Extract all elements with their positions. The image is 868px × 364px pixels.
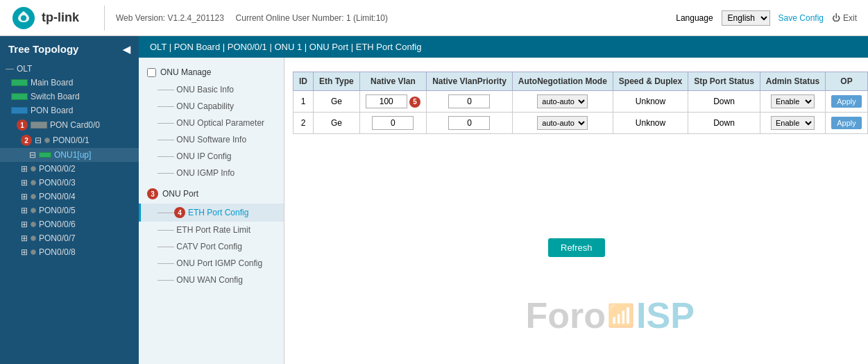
pon007-label: PON0/0/7 [39,233,76,243]
sidebar-item-pon001[interactable]: 2 ⊟ PON0/0/1 [0,133,139,148]
nav-onu-capability[interactable]: ONU Capability [139,98,284,115]
header-right: Language English Save Config ⏻ Exit [676,10,857,26]
row2-apply-button[interactable]: Apply [831,117,862,129]
nav-onu-port-section: 3 ONU Port [139,184,284,204]
nav-onu-manage-section: ONU Manage [139,63,284,81]
row2-stp-port-status: Down [688,113,760,134]
nav-onu-optical-parameter[interactable]: ONU Optical Parameter [139,115,284,131]
row1-id: 1 [293,91,314,113]
watermark-isp: ISP [636,295,695,336]
row2-admin-status[interactable]: Enable Disable [760,113,825,134]
nav-onu-port-igmp-config[interactable]: ONU Port IGMP Config [139,255,284,272]
row2-native-vlan-priority[interactable] [427,113,513,134]
row1-apply-button[interactable]: Apply [831,95,862,108]
col-native-vlan-priority: Native VlanPriority [427,72,513,91]
nav-onu-manage-label: ONU Manage [160,67,211,77]
sidebar-item-pon008[interactable]: ⊞ PON0/0/8 [0,245,139,259]
language-select[interactable]: English [722,10,770,26]
content-area: OLT | PON Board | PON0/0/1 | ONU 1 | ONU… [139,36,868,364]
row2-vlan-priority-input[interactable] [448,116,490,130]
pon-board-label: PON Board [31,106,73,115]
row1-native-vlan[interactable]: 5 [359,91,426,113]
tp-link-logo-icon [11,6,36,31]
row1-auto-negotiation[interactable]: auto-auto 10-half 10-full 100-half 100-f… [512,91,613,113]
olt-label: OLT [17,64,32,74]
nav-onu-igmp-info[interactable]: ONU IGMP Info [139,165,284,181]
row1-admin-status-select[interactable]: Enable Disable [771,94,815,108]
row1-vlan-priority-input[interactable] [448,94,490,108]
pon004-icon [31,194,36,199]
pon004-label: PON0/0/4 [39,192,76,201]
col-native-vlan: Native Vlan [359,72,426,91]
row2-admin-status-select[interactable]: Enable Disable [771,116,815,130]
sidebar-title: Tree Topology [8,43,78,55]
num-badge-1: 1 [17,119,28,131]
header: tp-link Web Version: V1.2.4_201123 Curre… [0,0,868,36]
nav-eth-port-config[interactable]: 4 ETH Port Config [139,204,284,222]
row2-auto-negotiation[interactable]: auto-auto 10-half 10-full 100-half 100-f… [512,113,613,134]
sidebar-item-pon-card[interactable]: 1 PON Card0/0 [0,117,139,133]
pon002-icon [31,166,36,172]
sidebar-item-olt[interactable]: — OLT [0,62,139,76]
save-config-link[interactable]: Save Config [778,13,824,23]
pon003-label: PON0/0/3 [39,178,76,188]
row2-op[interactable]: Apply [826,113,868,134]
pon-card-icon [31,122,47,129]
pon003-icon [31,180,36,185]
sidebar-header: Tree Topology ◀ [0,36,139,62]
row1-stp-port-status: Down [688,91,760,113]
exit-button[interactable]: ⏻ Exit [832,13,857,23]
sidebar-item-switch-board[interactable]: Switch Board [0,90,139,104]
nav-catv-port-config[interactable]: CATV Port Config [139,238,284,255]
nav-onu-port-label: ONU Port [162,189,198,199]
row2-auto-negotiation-select[interactable]: auto-auto 10-half 10-full 100-half 100-f… [537,116,588,130]
pon005-icon [31,208,36,213]
pon006-label: PON0/0/6 [39,220,76,229]
table-row: 2 Ge auto-auto 10-half [293,113,868,134]
wifi-icon: 📶 [607,302,635,329]
row2-native-vlan-input[interactable] [372,116,414,130]
header-divider [104,6,105,31]
row1-op[interactable]: Apply [826,91,868,113]
table-row: 1 Ge 5 auto-auto [293,91,868,113]
pon008-label: PON0/0/8 [39,247,76,257]
switch-board-icon [11,93,28,100]
sidebar-item-pon002[interactable]: ⊞ PON0/0/2 [0,162,139,176]
language-label: Language [676,13,713,23]
nav-onu-basic-info[interactable]: ONU Basic Info [139,81,284,98]
row2-id: 2 [293,113,314,134]
row1-admin-status[interactable]: Enable Disable [760,91,825,113]
pon006-icon [31,222,36,227]
num-badge-3: 3 [147,188,158,199]
onu-manage-checkbox[interactable] [147,68,156,77]
row2-speed-duplex: Unknow [613,113,688,134]
sidebar-item-pon-board[interactable]: PON Board [0,104,139,117]
logo: tp-link [11,6,79,31]
sidebar-item-pon006[interactable]: ⊞ PON0/0/6 [0,217,139,231]
sidebar-item-main-board[interactable]: Main Board [0,76,139,90]
nav-onu-ip-config[interactable]: ONU IP Config [139,148,284,165]
main-board-label: Main Board [31,78,73,88]
sidebar-item-pon004[interactable]: ⊞ PON0/0/4 [0,190,139,204]
sidebar-item-onu1[interactable]: ⊟ ONU1[up] [0,148,139,162]
nav-eth-port-rate-limit[interactable]: ETH Port Rate Limit [139,222,284,238]
row1-auto-negotiation-select[interactable]: auto-auto 10-half 10-full 100-half 100-f… [537,94,588,108]
nav-onu-software-info[interactable]: ONU Software Info [139,131,284,148]
nav-onu-wan-config[interactable]: ONU WAN Config [139,272,284,288]
row1-native-vlan-priority[interactable] [427,91,513,113]
row2-eth-type: Ge [314,113,360,134]
sidebar-toggle[interactable]: ◀ [123,44,130,55]
row2-native-vlan[interactable] [359,113,426,134]
row1-native-vlan-input[interactable] [366,94,407,108]
sidebar-item-pon007[interactable]: ⊞ PON0/0/7 [0,231,139,245]
refresh-button[interactable]: Refresh [548,238,605,257]
sidebar-item-pon003[interactable]: ⊞ PON0/0/3 [0,176,139,190]
pon001-icon [44,138,50,143]
pon-board-icon [11,107,28,114]
sidebar-item-pon005[interactable]: ⊞ PON0/0/5 [0,204,139,217]
pon001-label: PON0/0/1 [53,135,90,145]
pon002-label: PON0/0/2 [39,164,76,174]
pon-card-label: PON Card0/0 [50,120,100,130]
col-auto-negotiation: AutoNegotiation Mode [512,72,613,91]
main-layout: Tree Topology ◀ — OLT Main Board Switch … [0,36,868,364]
